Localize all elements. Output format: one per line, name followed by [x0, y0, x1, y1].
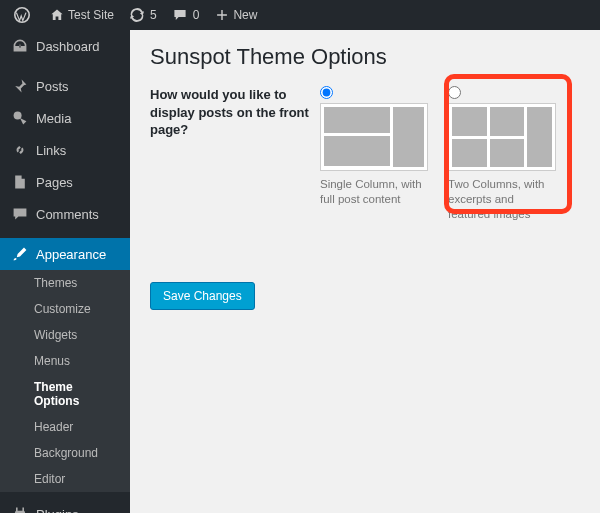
plus-icon: [215, 8, 229, 22]
home-icon: [50, 8, 64, 22]
menu-appearance[interactable]: Appearance: [0, 238, 130, 270]
updates-link[interactable]: 5: [122, 0, 165, 30]
submenu-background[interactable]: Background: [0, 440, 130, 466]
menu-comments[interactable]: Comments: [0, 198, 130, 230]
radio-single-column[interactable]: [320, 86, 333, 99]
layout-option-two[interactable]: Two Columns, with excerpts and featured …: [448, 86, 558, 222]
page-title: Sunspot Theme Options: [150, 44, 580, 70]
site-name: Test Site: [68, 8, 114, 22]
submenu-header[interactable]: Header: [0, 414, 130, 440]
submenu-editor[interactable]: Editor: [0, 466, 130, 492]
caption-single: Single Column, with full post content: [320, 177, 430, 207]
refresh-icon: [130, 8, 144, 22]
wordpress-icon: [14, 7, 30, 23]
pin-icon: [10, 78, 30, 94]
submenu-themes[interactable]: Themes: [0, 270, 130, 296]
dashboard-icon: [10, 38, 30, 54]
appearance-submenu: Themes Customize Widgets Menus Theme Opt…: [0, 270, 130, 492]
submenu-theme-options[interactable]: Theme Options: [0, 374, 130, 414]
comments-count: 0: [193, 8, 200, 22]
site-link[interactable]: Test Site: [42, 0, 122, 30]
updates-count: 5: [150, 8, 157, 22]
main-content: Sunspot Theme Options How would you like…: [130, 30, 600, 513]
comments-link[interactable]: 0: [165, 0, 208, 30]
new-label: New: [233, 8, 257, 22]
page-icon: [10, 174, 30, 190]
menu-dashboard[interactable]: Dashboard: [0, 30, 130, 62]
admin-sidebar: Dashboard Posts Media Links Pages Commen…: [0, 30, 130, 513]
wp-logo[interactable]: [6, 0, 42, 30]
media-icon: [10, 110, 30, 126]
admin-bar: Test Site 5 0 New: [0, 0, 600, 30]
menu-pages[interactable]: Pages: [0, 166, 130, 198]
submenu-widgets[interactable]: Widgets: [0, 322, 130, 348]
submenu-customize[interactable]: Customize: [0, 296, 130, 322]
plug-icon: [10, 506, 30, 513]
thumb-two-columns: [448, 103, 556, 171]
caption-two: Two Columns, with excerpts and featured …: [448, 177, 558, 222]
comments-icon: [10, 206, 30, 222]
option-question: How would you like to display posts on t…: [150, 86, 320, 139]
menu-media[interactable]: Media: [0, 102, 130, 134]
menu-links[interactable]: Links: [0, 134, 130, 166]
submenu-menus[interactable]: Menus: [0, 348, 130, 374]
save-button[interactable]: Save Changes: [150, 282, 255, 310]
menu-posts[interactable]: Posts: [0, 70, 130, 102]
brush-icon: [10, 246, 30, 262]
link-icon: [10, 142, 30, 158]
new-content-link[interactable]: New: [207, 0, 265, 30]
layout-option-single[interactable]: Single Column, with full post content: [320, 86, 430, 222]
menu-plugins[interactable]: Plugins: [0, 498, 130, 513]
comment-icon: [173, 8, 187, 22]
radio-two-columns[interactable]: [448, 86, 461, 99]
thumb-single-column: [320, 103, 428, 171]
